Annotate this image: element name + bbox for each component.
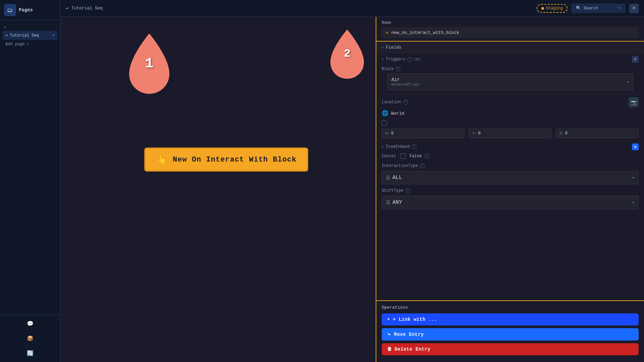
add-page-row[interactable]: Add page + — [3, 40, 57, 49]
add-button[interactable]: + — [629, 4, 639, 13]
teardrop-2[interactable]: 2 — [325, 27, 369, 80]
topbar-right: Staging 🔍 Search ^K + — [537, 4, 639, 13]
interaction-type-info-icon[interactable]: ? — [420, 164, 425, 168]
cancel-label: Cancel — [382, 154, 396, 159]
search-shortcut: ^K — [617, 6, 621, 10]
interaction-type-value: ALL — [392, 175, 402, 181]
item-in-hand-row[interactable]: ▾ ItemInHand ? ■ — [376, 141, 644, 152]
world-globe-icon: 🌐 — [382, 110, 388, 117]
fields-label: Fields — [386, 45, 401, 50]
interaction-type-label-row: InteractionType ? — [376, 161, 644, 170]
shift-type-info-icon[interactable]: ? — [406, 188, 410, 193]
coord-y-field[interactable]: Y: 0 — [469, 129, 551, 138]
coord-y-label: Y: — [472, 131, 477, 135]
block-dropdown[interactable]: Air minecraft:air ▾ — [387, 73, 633, 90]
delete-entry-button[interactable]: 🗑 Delete Entry — [382, 343, 639, 355]
trash-icon: 🗑 — [387, 347, 392, 352]
sidebar-item-tutorial-seq[interactable]: ↩ Tutorial Seq › — [3, 31, 57, 40]
shift-type-dropdown[interactable]: ☰ ANY ▾ — [382, 196, 639, 209]
item-in-hand-info-icon[interactable]: ? — [412, 144, 417, 149]
block-button-icon: 👆 — [156, 154, 168, 165]
triggers-chevron-icon: ▾ — [382, 57, 384, 61]
shift-type-section: ShiftType ? ☰ ANY ▾ — [376, 186, 644, 209]
location-section: Location ? 📷 🌐 World X: 0 — [376, 95, 644, 138]
panel-name-value: ↩ new_on_interact_with_block — [382, 27, 639, 38]
selected-block-button[interactable]: 👆 New On Interact With Block — [144, 147, 308, 172]
interaction-type-label: InteractionType — [382, 164, 418, 168]
sidebar-item-label: Tutorial Seq — [10, 33, 39, 38]
cancel-info-icon[interactable]: ? — [424, 154, 429, 159]
topbar: ↩ Tutorial Seq Staging 🔍 Search ^K + — [60, 0, 644, 17]
world-label: World — [391, 111, 404, 116]
list-icon: ☰ — [386, 175, 390, 181]
fields-header[interactable]: ▾ Fields — [376, 42, 644, 53]
topbar-seq-icon: ↩ — [66, 5, 68, 11]
link-with-label: + Link with ... — [393, 317, 438, 322]
sidebar-title: Pages — [19, 7, 33, 13]
staging-badge[interactable]: Staging — [537, 4, 568, 13]
triggers-info-icon[interactable]: ? — [407, 57, 412, 62]
link-with-button[interactable]: + + Link with ... — [382, 313, 639, 325]
block-info-icon[interactable]: ? — [396, 67, 400, 71]
operations-panel: Operations + + Link with ... ⤷ Move Entr… — [376, 300, 644, 362]
move-entry-button[interactable]: ⤷ Move Entry — [382, 328, 639, 341]
cancel-row: Cancel False ? — [376, 152, 644, 161]
logo-icon: 🗂 — [4, 4, 16, 16]
shift-list-icon: ☰ — [386, 200, 390, 205]
move-icon: ⤷ — [387, 331, 391, 337]
teardrop-1[interactable]: 1 — [122, 30, 176, 97]
item-in-hand-indicator[interactable]: ■ — [632, 143, 639, 150]
shift-type-label: ShiftType — [382, 188, 404, 193]
chevron-right-icon: › — [52, 33, 55, 38]
coord-z-field[interactable]: Z: 0 — [556, 129, 639, 138]
section-seq-icon: ↩ — [4, 25, 6, 29]
refresh-icon[interactable]: 🔄 — [25, 349, 35, 358]
panel-body: ▾ Fields ▾ Triggers ? (0) + Block ? — [376, 42, 644, 300]
cancel-value: False — [410, 154, 422, 159]
item-in-hand-chevron-icon: ▾ — [382, 145, 384, 149]
fields-section: ▾ Fields ▾ Triggers ? (0) + Block ? — [376, 42, 644, 209]
world-row: 🌐 World — [382, 110, 639, 117]
coords-row: X: 0 Y: 0 Z: 0 — [382, 129, 639, 138]
shift-type-label-row: ShiftType ? — [376, 186, 644, 194]
coord-x-field[interactable]: X: 0 — [382, 129, 465, 138]
location-info-icon[interactable]: ? — [403, 100, 408, 105]
location-label: Location — [382, 100, 401, 105]
package-icon[interactable]: 📦 — [25, 334, 35, 343]
discord-icon[interactable]: 💬 — [25, 319, 35, 328]
block-dropdown-content: Air minecraft:air — [391, 77, 420, 86]
sidebar: 🗂 Pages ↩ ↩ Tutorial Seq › Add page + 💬 … — [0, 0, 60, 362]
sidebar-nav: ↩ ↩ Tutorial Seq › Add page + — [0, 20, 60, 315]
topbar-breadcrumb: Tutorial Seq — [71, 6, 103, 11]
interaction-type-section: InteractionType ? ☰ ALL ▾ — [376, 161, 644, 184]
camera-button[interactable]: 📷 — [629, 97, 639, 107]
coord-z-value: 0 — [565, 131, 568, 136]
triggers-label: Triggers — [386, 57, 405, 62]
add-trigger-button[interactable]: + — [632, 56, 639, 63]
sidebar-item-left: ↩ Tutorial Seq — [5, 33, 39, 38]
block-value-sub: minecraft:air — [391, 82, 420, 86]
triggers-count: (0) — [414, 57, 421, 61]
coord-z-label: Z: — [559, 131, 564, 135]
shift-type-arrow-icon: ▾ — [632, 200, 634, 205]
name-icon: ↩ — [386, 30, 388, 36]
block-dropdown-arrow-icon: ▾ — [627, 79, 629, 84]
triggers-expand[interactable]: ▾ Triggers ? (0) — [382, 57, 420, 62]
delete-entry-label: Delete Entry — [395, 347, 431, 352]
interaction-type-arrow-icon: ▾ — [632, 175, 634, 180]
coord-x-label: X: — [385, 131, 390, 135]
shift-type-value: ANY — [392, 199, 402, 205]
block-button-label: New On Interact With Block — [173, 156, 297, 164]
sidebar-section-header: ↩ — [3, 23, 57, 31]
cancel-checkbox[interactable] — [400, 154, 406, 159]
link-icon: + — [387, 317, 390, 322]
main-canvas[interactable]: 1 2 3 4 5 👆 New On Interact With Block — [60, 17, 376, 362]
search-icon: 🔍 — [576, 6, 581, 11]
location-checkbox[interactable] — [382, 121, 387, 126]
topbar-left: ↩ Tutorial Seq — [66, 5, 103, 11]
search-bar[interactable]: 🔍 Search ^K — [572, 4, 625, 13]
triggers-row: ▾ Triggers ? (0) + — [376, 53, 644, 64]
operations-title: Operations — [382, 305, 639, 310]
staging-label: Staging — [546, 6, 563, 11]
interaction-type-dropdown[interactable]: ☰ ALL ▾ — [382, 171, 639, 184]
